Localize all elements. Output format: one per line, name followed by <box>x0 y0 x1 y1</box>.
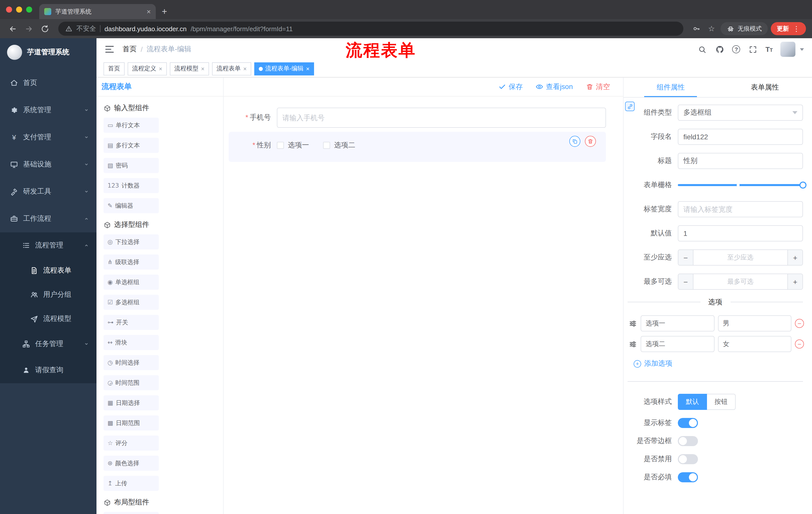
save-button[interactable]: 保存 <box>499 82 523 91</box>
tab-form-props[interactable]: 表单属性 <box>718 77 812 97</box>
collapse-sidebar-icon[interactable] <box>105 44 115 54</box>
close-icon[interactable]: × <box>243 65 247 72</box>
sidebar-item-user-group[interactable]: 用户分组 <box>0 283 96 307</box>
slider-handle[interactable] <box>800 182 807 189</box>
comp-date-range[interactable]: ▩日期范围 <box>104 415 159 431</box>
option-value-input[interactable] <box>718 336 791 352</box>
comp-editor[interactable]: ✎编辑器 <box>104 198 159 213</box>
form-grid-slider[interactable] <box>678 177 803 193</box>
option-value-input[interactable] <box>718 315 791 331</box>
clear-button[interactable]: 清空 <box>586 82 610 91</box>
avatar-caret-icon[interactable] <box>800 48 804 51</box>
style-default-button[interactable]: 默认 <box>678 394 707 410</box>
required-toggle[interactable] <box>678 472 698 482</box>
default-value-input[interactable] <box>678 225 803 241</box>
field-name-input[interactable] <box>678 129 803 145</box>
comp-multi-line-text[interactable]: ▤多行文本 <box>104 138 159 153</box>
view-json-button[interactable]: 查看json <box>536 82 573 91</box>
sidebar-item-process-form[interactable]: 流程表单 <box>0 259 96 283</box>
increase-button[interactable]: + <box>787 250 803 265</box>
forward-icon[interactable] <box>22 22 35 35</box>
sidebar-item-workflow[interactable]: 工作流程 <box>0 205 96 232</box>
password-key-icon[interactable] <box>690 23 702 35</box>
tab-component-props[interactable]: 组件属性 <box>624 77 718 97</box>
comp-single-line-text[interactable]: ▭单行文本 <box>104 118 159 133</box>
sidebar-item-leave-query[interactable]: 请假查询 <box>0 357 96 383</box>
remove-option-icon[interactable]: − <box>795 340 804 349</box>
comp-rate[interactable]: ☆评分 <box>104 436 159 451</box>
search-icon[interactable] <box>697 44 707 54</box>
close-icon[interactable]: × <box>306 65 310 72</box>
style-button-button[interactable]: 按钮 <box>707 394 736 410</box>
sidebar-item-process-management[interactable]: 流程管理 <box>0 232 96 259</box>
phone-input[interactable] <box>277 108 606 128</box>
tag-process-model[interactable]: 流程模型× <box>170 62 209 75</box>
close-window-button[interactable] <box>6 6 12 12</box>
browser-update-button[interactable]: 更新 ⋮ <box>771 22 806 35</box>
gender-option-2[interactable]: 选项二 <box>323 141 355 150</box>
min-select-value[interactable]: 至少应选 <box>693 250 787 265</box>
link-icon[interactable] <box>625 102 635 111</box>
comp-password[interactable]: ▧密码 <box>104 158 159 173</box>
zoom-window-button[interactable] <box>26 6 32 12</box>
browser-tab[interactable]: 芋道管理系统 × <box>39 4 156 19</box>
sidebar-item-process-model[interactable]: 流程模型 <box>0 307 96 331</box>
comp-row-container[interactable]: ⊞行容器 <box>104 512 159 514</box>
decrease-button[interactable]: − <box>678 250 693 265</box>
font-size-icon[interactable]: TT <box>765 45 773 53</box>
comp-color-picker[interactable]: ⊛颜色选择 <box>104 456 159 471</box>
comp-date-picker[interactable]: ▦日期选择 <box>104 395 159 410</box>
increase-button[interactable]: + <box>787 274 803 289</box>
help-icon[interactable]: ? <box>732 45 741 53</box>
tag-home[interactable]: 首页 <box>104 62 125 75</box>
option-label-input[interactable] <box>641 315 714 331</box>
comp-radio-group[interactable]: ◉单选框组 <box>104 275 159 290</box>
comp-counter[interactable]: 123计数器 <box>104 178 159 193</box>
tag-process-definition[interactable]: 流程定义× <box>127 62 167 75</box>
github-icon[interactable] <box>715 44 725 54</box>
label-width-input[interactable] <box>678 201 803 217</box>
back-icon[interactable] <box>6 22 19 35</box>
sidebar-item-devtools[interactable]: 研发工具 <box>0 178 96 205</box>
sidebar-item-payment[interactable]: ¥ 支付管理 <box>0 124 96 151</box>
title-input[interactable] <box>678 153 803 169</box>
comp-select[interactable]: ◎下拉选择 <box>104 234 159 249</box>
sidebar-item-system[interactable]: 系统管理 <box>0 97 96 124</box>
comp-upload[interactable]: ↥上传 <box>104 476 159 491</box>
max-select-value[interactable]: 最多可选 <box>693 274 787 289</box>
remove-option-icon[interactable]: − <box>795 319 804 328</box>
comp-cascader[interactable]: ⋔级联选择 <box>104 254 159 270</box>
bookmark-star-icon[interactable]: ☆ <box>705 23 718 35</box>
tag-process-form[interactable]: 流程表单× <box>212 62 251 75</box>
reload-icon[interactable] <box>38 22 51 35</box>
gender-widget-selected[interactable]: *性别 选项一 选项二 <box>229 132 606 162</box>
tab-close-icon[interactable]: × <box>147 7 151 16</box>
delete-widget-button[interactable] <box>585 136 596 147</box>
close-icon[interactable]: × <box>201 65 204 72</box>
new-tab-button[interactable]: + <box>156 6 174 19</box>
comp-time-range[interactable]: ◶时间范围 <box>104 375 159 390</box>
drag-handle-icon[interactable] <box>629 319 637 328</box>
add-option-button[interactable]: + 添加选项 <box>634 359 812 368</box>
option-label-input[interactable] <box>641 336 714 352</box>
disabled-toggle[interactable] <box>678 454 698 464</box>
comp-switch[interactable]: ⊶开关 <box>104 315 159 330</box>
show-label-toggle[interactable] <box>678 418 698 428</box>
comp-time-picker[interactable]: ◷时间选择 <box>104 355 159 370</box>
fullscreen-icon[interactable] <box>748 44 758 54</box>
decrease-button[interactable]: − <box>678 274 693 289</box>
address-bar[interactable]: 不安全 dashboard.yudao.iocoder.cn/bpm/manag… <box>58 22 684 36</box>
comp-checkbox-group[interactable]: ☑多选框组 <box>104 295 159 310</box>
copy-widget-button[interactable] <box>569 136 580 147</box>
breadcrumb-home[interactable]: 首页 <box>123 45 137 54</box>
sidebar-item-home[interactable]: 首页 <box>0 70 96 97</box>
close-icon[interactable]: × <box>159 65 162 72</box>
comp-slider[interactable]: ↔滑块 <box>104 335 159 350</box>
drag-handle-icon[interactable] <box>629 340 637 348</box>
gender-option-1[interactable]: 选项一 <box>277 141 309 150</box>
user-avatar[interactable] <box>780 42 795 57</box>
browser-menu-icon[interactable]: ⋮ <box>793 25 800 33</box>
sidebar-item-infrastructure[interactable]: 基础设施 <box>0 151 96 178</box>
component-type-select[interactable]: 多选框组 <box>678 105 803 121</box>
minimize-window-button[interactable] <box>16 6 22 12</box>
